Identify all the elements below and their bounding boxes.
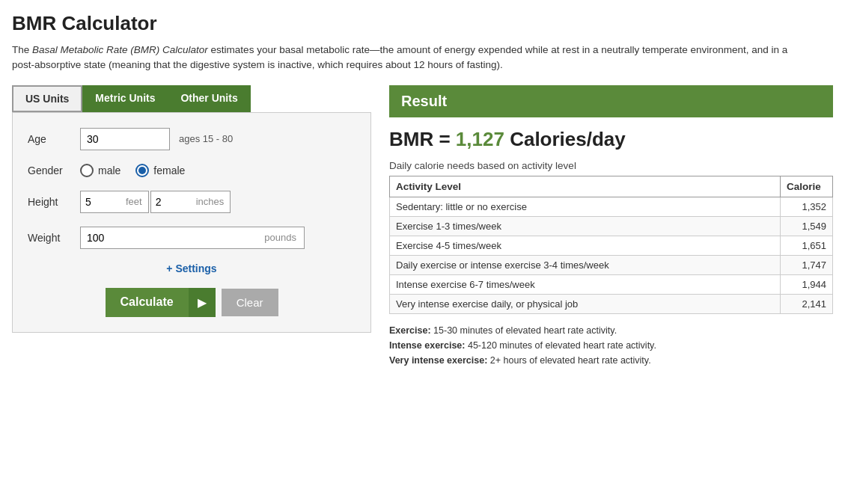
button-row: Calculate ▶ Clear: [28, 288, 356, 317]
activity-cell: Very intense exercise daily, or physical…: [390, 294, 781, 313]
male-label: male: [98, 165, 121, 176]
footnote1-bold: Exercise:: [389, 325, 431, 336]
tab-metric-units[interactable]: Metric Units: [82, 85, 168, 112]
col-calorie-header: Calorie: [781, 176, 833, 197]
weight-input[interactable]: [81, 227, 264, 248]
activity-cell: Daily exercise or intense exercise 3-4 t…: [390, 255, 781, 274]
calculate-button[interactable]: Calculate ▶: [106, 288, 216, 317]
feet-unit: feet: [126, 196, 148, 207]
footnote1: Exercise: 15-30 minutes of elevated hear…: [389, 323, 833, 338]
footnote2-text: 45-120 minutes of elevated heart rate ac…: [465, 340, 656, 351]
age-input[interactable]: [80, 128, 170, 150]
calorie-cell: 1,747: [781, 255, 833, 274]
calculate-label: Calculate: [106, 288, 189, 316]
table-row: Daily exercise or intense exercise 3-4 t…: [390, 255, 833, 274]
left-panel: US Units Metric Units Other Units Age ag…: [12, 85, 371, 333]
gender-row: Gender male female: [28, 164, 356, 177]
footnote3-bold: Very intense exercise:: [389, 355, 487, 366]
table-row: Exercise 4-5 times/week1,651: [390, 236, 833, 255]
table-row: Exercise 1-3 times/week1,549: [390, 216, 833, 236]
age-hint: ages 15 - 80: [179, 133, 233, 144]
page-title: BMR Calculator: [12, 12, 833, 35]
result-header: Result: [389, 85, 833, 117]
calculate-arrow-icon: ▶: [189, 288, 216, 317]
settings-link[interactable]: + Settings: [166, 262, 216, 274]
height-inches-box: inches: [150, 191, 231, 213]
bmr-unit: Calories/day: [504, 128, 626, 150]
inches-unit: inches: [196, 196, 231, 207]
gender-label: Gender: [28, 165, 80, 176]
height-row: Height feet inches: [28, 191, 356, 213]
tab-us-units[interactable]: US Units: [12, 85, 82, 112]
col-activity-header: Activity Level: [390, 176, 781, 197]
gender-male-option[interactable]: male: [80, 164, 121, 177]
main-layout: US Units Metric Units Other Units Age ag…: [12, 85, 833, 368]
age-label: Age: [28, 133, 80, 145]
height-label: Height: [28, 196, 80, 208]
footnote2-bold: Intense exercise:: [389, 340, 465, 351]
tab-other-units[interactable]: Other Units: [168, 85, 250, 112]
female-label: female: [153, 165, 185, 176]
weight-unit: pounds: [264, 232, 304, 243]
daily-label: Daily calorie needs based on activity le…: [389, 160, 833, 171]
calorie-cell: 1,944: [781, 274, 833, 294]
weight-row: Weight pounds: [28, 227, 356, 249]
table-row: Sedentary: little or no exercise1,352: [390, 197, 833, 216]
age-row: Age ages 15 - 80: [28, 128, 356, 150]
bmr-value: 1,127: [456, 128, 504, 150]
calculator-form: Age ages 15 - 80 Gender male female: [12, 112, 371, 333]
tab-bar: US Units Metric Units Other Units: [12, 85, 371, 112]
right-panel: Result BMR = 1,127 Calories/day Daily ca…: [389, 85, 833, 368]
table-row: Intense exercise 6-7 times/week1,944: [390, 274, 833, 294]
activity-table: Activity Level Calorie Sedentary: little…: [389, 176, 833, 314]
table-row: Very intense exercise daily, or physical…: [390, 294, 833, 313]
settings-section: + Settings: [28, 262, 356, 274]
female-radio[interactable]: [135, 164, 149, 177]
footnote2: Intense exercise: 45-120 minutes of elev…: [389, 338, 833, 353]
footnotes: Exercise: 15-30 minutes of elevated hear…: [389, 323, 833, 368]
calorie-cell: 2,141: [781, 294, 833, 313]
activity-cell: Intense exercise 6-7 times/week: [390, 274, 781, 294]
calorie-cell: 1,549: [781, 216, 833, 236]
gender-options: male female: [80, 164, 185, 177]
activity-cell: Exercise 4-5 times/week: [390, 236, 781, 255]
male-radio[interactable]: [80, 164, 94, 177]
footnote3-text: 2+ hours of elevated heart rate activity…: [487, 355, 650, 366]
footnote3: Very intense exercise: 2+ hours of eleva…: [389, 353, 833, 368]
weight-input-wrap: pounds: [80, 227, 305, 249]
clear-button[interactable]: Clear: [222, 289, 278, 316]
calorie-cell: 1,651: [781, 236, 833, 255]
bmr-result: BMR = 1,127 Calories/day: [389, 128, 833, 151]
weight-label: Weight: [28, 232, 80, 244]
page-description: The Basal Metabolic Rate (BMR) Calculato…: [12, 43, 798, 73]
height-inches-input[interactable]: [151, 191, 196, 212]
activity-cell: Exercise 1-3 times/week: [390, 216, 781, 236]
bmr-label: BMR =: [389, 128, 456, 150]
gender-female-option[interactable]: female: [135, 164, 185, 177]
height-feet-input[interactable]: [81, 191, 126, 212]
calorie-cell: 1,352: [781, 197, 833, 216]
activity-cell: Sedentary: little or no exercise: [390, 197, 781, 216]
footnote1-text: 15-30 minutes of elevated heart rate act…: [431, 325, 617, 336]
height-feet-box: feet: [80, 191, 149, 213]
